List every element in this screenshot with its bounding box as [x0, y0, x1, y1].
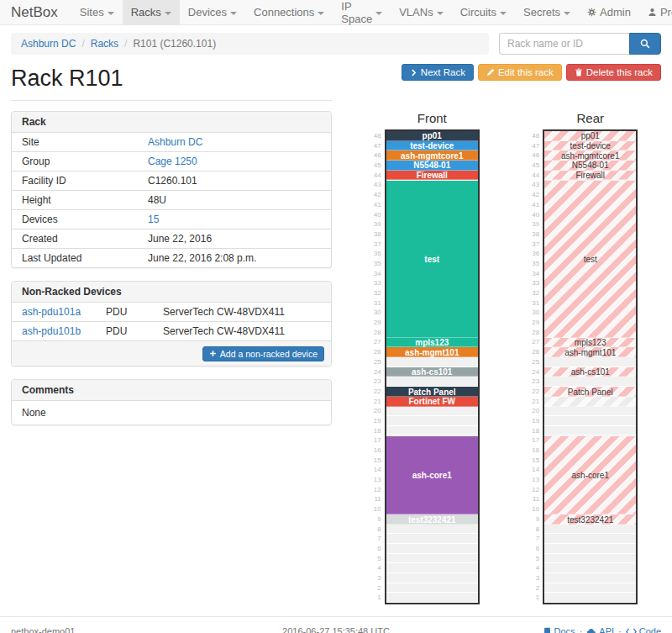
device-pp01-front[interactable]: pp01	[386, 131, 478, 141]
device-label: Firewall	[576, 171, 605, 180]
breadcrumb-item-r101-c1260-101: R101 (C1260.101)	[133, 38, 216, 50]
unit-number: 14	[368, 465, 385, 475]
device-ash-mgmt101-front[interactable]: ash-mgmt101	[386, 347, 478, 357]
nav-item-label: Devices	[188, 6, 227, 18]
device-label: test	[424, 255, 439, 264]
device-ash-mgmtcore1-rear[interactable]: ash-mgmtcore1	[544, 150, 636, 161]
nav-item-devices[interactable]: Devices	[180, 0, 245, 24]
device-ash-cs101-rear[interactable]: ash-cs101	[544, 367, 636, 377]
nav-item-sites[interactable]: Sites	[71, 0, 123, 24]
attr-value: C1260.101	[148, 175, 197, 187]
breadcrumb-item-racks[interactable]: Racks	[91, 38, 118, 50]
caret-down-icon	[500, 12, 507, 15]
unit-number: 28	[526, 328, 543, 338]
unit-number: 10	[368, 504, 385, 514]
device-test-device-front[interactable]: test-device	[386, 141, 478, 151]
nav-item-circuits[interactable]: Circuits	[452, 0, 515, 24]
brand-logo[interactable]: NetBox	[0, 0, 71, 24]
attr-value-cell: Cage 1250	[138, 152, 331, 171]
attr-value-cell: Ashburn DC	[138, 133, 331, 152]
unit-number: 21	[526, 397, 543, 407]
unit-number: 8	[526, 525, 543, 535]
device-ash-mgmtcore1-front[interactable]: ash-mgmtcore1	[386, 150, 478, 161]
add-non-racked-device-button[interactable]: Add a non-racked device	[202, 346, 324, 361]
page-content: Rack R101 Next RackEdit this rackDelete …	[0, 60, 672, 604]
device-ash-core1-rear[interactable]: ash-core1	[544, 436, 636, 515]
attr-value-link[interactable]: Cage 1250	[148, 156, 197, 167]
unit-number: 47	[368, 141, 385, 151]
nav-item-secrets[interactable]: Secrets	[515, 0, 579, 24]
footer-link-api[interactable]: API	[586, 626, 614, 633]
attr-value-link[interactable]: 15	[148, 214, 159, 225]
device-test-rear[interactable]: test	[544, 181, 636, 338]
device-patch-panel-rear[interactable]: Patch Panel	[544, 387, 636, 397]
unit-number: 1	[368, 593, 385, 603]
nav-item-ip-space[interactable]: IP Space	[333, 0, 391, 24]
device-test-front[interactable]: test	[386, 181, 478, 338]
footer-hostname: netbox-demo01	[11, 626, 228, 633]
device-name-link[interactable]: ash-pdu101b	[22, 325, 81, 337]
unit-number: 2	[526, 583, 543, 593]
device-firewall-rear[interactable]: Firewall	[544, 171, 636, 181]
device-label: test-device	[410, 141, 454, 150]
device-model-cell: ServerTech CW-48VDX411	[153, 322, 331, 341]
device-ash-cs101-front[interactable]: ash-cs101	[386, 367, 478, 377]
search-button[interactable]	[629, 33, 661, 55]
device-mpls123-rear[interactable]: mpls123	[544, 338, 636, 348]
caret-down-icon	[165, 12, 171, 15]
device-test3232421-front[interactable]: test3232421	[386, 514, 478, 525]
device-name-link[interactable]: ash-pdu101a	[22, 306, 81, 318]
delete-this-rack-button[interactable]: Delete this rack	[566, 64, 661, 81]
device-n5548-01-front[interactable]: N5548-01	[386, 161, 478, 171]
device-n5548-01-rear[interactable]: N5548-01	[544, 161, 636, 171]
title-divider	[11, 100, 332, 101]
device-test-device-rear[interactable]: test-device	[544, 141, 636, 151]
footer-link-code[interactable]: Code	[626, 626, 661, 633]
device-label: pp01	[423, 131, 442, 140]
rack-unit-slot	[544, 583, 636, 593]
nav-item-connections[interactable]: Connections	[245, 0, 333, 24]
unit-number: 13	[368, 475, 385, 485]
rack-unit-slot	[386, 573, 478, 583]
unit-number: 2	[368, 583, 385, 593]
next-rack-button[interactable]: Next Rack	[402, 64, 474, 81]
device-pp01-rear[interactable]: pp01	[544, 131, 636, 141]
unit-number: 26	[368, 347, 385, 357]
footer-links: Docs·API·Code	[444, 626, 661, 633]
unit-number: 29	[526, 318, 543, 328]
rack-search-form	[499, 33, 661, 55]
nav-item-profile[interactable]: Profile	[639, 0, 672, 24]
device-fortinet-fw-front[interactable]: Fortinet FW	[386, 397, 478, 407]
nav-item-vlans[interactable]: VLANs	[391, 0, 451, 24]
nav-item-racks[interactable]: Racks	[123, 0, 180, 24]
unit-number: 4	[526, 563, 543, 573]
attr-label: Group	[12, 152, 138, 171]
breadcrumb: Ashburn DC/Racks/R101 (C1260.101)	[11, 33, 489, 55]
unit-number: 15	[368, 456, 385, 466]
edit-this-rack-button[interactable]: Edit this rack	[478, 64, 562, 81]
device-mpls123-front[interactable]: mpls123	[386, 338, 478, 348]
device-label: N5548-01	[413, 161, 450, 170]
unit-number: 39	[368, 219, 385, 229]
device-patch-panel-front[interactable]: Patch Panel	[386, 387, 478, 397]
unit-number: 5	[368, 554, 385, 564]
nav-item-admin[interactable]: Admin	[579, 0, 639, 24]
device-firewall-front[interactable]: Firewall	[386, 171, 478, 181]
unit-number: 48	[526, 131, 543, 141]
rack-search-input[interactable]	[499, 33, 629, 55]
breadcrumb-separator: /	[124, 38, 127, 50]
pencil-icon	[486, 68, 495, 76]
unit-numbers: 4847464544434241403938373635343332313029…	[368, 129, 385, 604]
device-test3232421-rear[interactable]: test3232421	[544, 514, 636, 525]
breadcrumb-item-ashburn-dc[interactable]: Ashburn DC	[21, 38, 76, 50]
footer-link-docs[interactable]: Docs	[543, 626, 575, 633]
device-label: test3232421	[408, 515, 456, 525]
unit-number: 24	[526, 367, 543, 377]
unit-number: 33	[526, 278, 543, 288]
unit-number: 18	[368, 426, 385, 436]
device-ash-core1-front[interactable]: ash-core1	[386, 436, 478, 515]
rack-frame-rear: pp01test-deviceash-mgmtcore1N5548-01Fire…	[543, 129, 638, 604]
trash-icon	[575, 68, 583, 76]
attr-value-link[interactable]: Ashburn DC	[148, 136, 202, 148]
device-ash-mgmt101-rear[interactable]: ash-mgmt101	[544, 347, 636, 357]
